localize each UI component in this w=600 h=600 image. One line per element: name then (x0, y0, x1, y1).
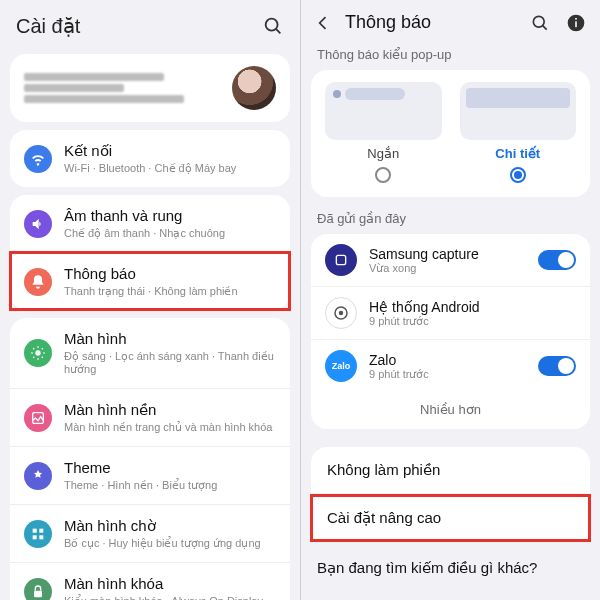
svg-rect-8 (34, 590, 42, 597)
search-icon[interactable] (530, 13, 550, 33)
wallpaper-icon (24, 404, 52, 432)
avatar (232, 66, 276, 110)
profile-card[interactable] (10, 54, 290, 122)
app-icon-android (325, 297, 357, 329)
row-sub: Kiểu màn hình khóa · Always On Display (64, 595, 263, 600)
app-row-zalo[interactable]: Zalo Zalo9 phút trước (311, 339, 590, 392)
row-sub: Thanh trạng thái · Không làm phiền (64, 285, 238, 298)
svg-rect-12 (575, 21, 577, 27)
notifications-title: Thông báo (345, 12, 518, 33)
app-sub: 9 phút trước (369, 368, 526, 381)
home-icon (24, 520, 52, 548)
item-advanced[interactable]: Cài đặt nâng cao (311, 495, 590, 541)
svg-rect-6 (33, 535, 37, 539)
recent-section-label: Đã gửi gần đây (301, 205, 600, 230)
svg-point-0 (266, 19, 278, 31)
row-wallpaper[interactable]: Màn hình nềnMàn hình nền trang chủ và mà… (10, 388, 290, 446)
back-icon[interactable] (313, 13, 333, 33)
row-sub: Màn hình nền trang chủ và màn hình khóa (64, 421, 272, 434)
popup-style-card: Ngắn Chi tiết (311, 70, 590, 197)
row-homescreen[interactable]: Màn hình chờBố cục · Huy hiệu biểu tượng… (10, 504, 290, 562)
toggle-samsung[interactable] (538, 250, 576, 270)
footer-question: Bạn đang tìm kiếm điều gì khác? (301, 543, 600, 593)
app-name: Samsung capture (369, 246, 526, 262)
search-icon[interactable] (262, 15, 284, 37)
row-notifications[interactable]: Thông báoThanh trạng thái · Không làm ph… (10, 252, 290, 310)
theme-icon (24, 462, 52, 490)
app-name: Zalo (369, 352, 526, 368)
profile-text (24, 70, 220, 106)
svg-rect-4 (33, 528, 37, 532)
row-connections[interactable]: Kết nốiWi-Fi · Bluetooth · Chế độ Máy ba… (10, 130, 290, 187)
wifi-icon (24, 145, 52, 173)
row-label: Theme (64, 459, 217, 477)
app-row-samsung[interactable]: Samsung captureVừa xong (311, 234, 590, 286)
style-preview-detail (460, 82, 577, 140)
popup-section-label: Thông báo kiểu pop-up (301, 41, 600, 66)
svg-line-10 (543, 25, 547, 29)
row-label: Màn hình chờ (64, 517, 261, 535)
row-sub: Theme · Hình nền · Biểu tượng (64, 479, 217, 492)
toggle-zalo[interactable] (538, 356, 576, 376)
row-display[interactable]: Màn hìnhĐộ sáng · Lọc ánh sáng xanh · Th… (10, 318, 290, 388)
svg-rect-7 (39, 535, 43, 539)
svg-line-1 (276, 29, 280, 33)
svg-rect-5 (39, 528, 43, 532)
row-label: Kết nối (64, 142, 236, 160)
row-theme[interactable]: ThemeTheme · Hình nền · Biểu tượng (10, 446, 290, 504)
svg-rect-13 (575, 18, 577, 20)
row-sub: Chế độ âm thanh · Nhạc chuông (64, 227, 225, 240)
row-sub: Bố cục · Huy hiệu biểu tượng ứng dụng (64, 537, 261, 550)
recent-apps-card: Samsung captureVừa xong Hệ thống Android… (311, 234, 590, 429)
row-sub: Độ sáng · Lọc ánh sáng xanh · Thanh điều… (64, 350, 276, 376)
row-label: Màn hình khóa (64, 575, 263, 593)
svg-point-16 (339, 311, 344, 316)
item-dnd[interactable]: Không làm phiền (311, 447, 590, 493)
row-sound[interactable]: Âm thanh và rungChế độ âm thanh · Nhạc c… (10, 195, 290, 252)
app-name: Hệ thống Android (369, 299, 576, 315)
app-sub: Vừa xong (369, 262, 526, 275)
app-sub: 9 phút trước (369, 315, 576, 328)
svg-point-9 (533, 16, 544, 27)
display-icon (24, 339, 52, 367)
lock-icon (24, 578, 52, 601)
radio-detail[interactable] (510, 167, 526, 183)
row-label: Màn hình (64, 330, 276, 348)
app-icon-samsung (325, 244, 357, 276)
sound-icon (24, 210, 52, 238)
app-row-android[interactable]: Hệ thống Android9 phút trước (311, 286, 590, 339)
style-name: Ngắn (367, 146, 399, 161)
svg-rect-14 (336, 255, 345, 264)
row-sub: Wi-Fi · Bluetooth · Chế độ Máy bay (64, 162, 236, 175)
row-label: Thông báo (64, 265, 238, 283)
more-button[interactable]: Nhiều hơn (311, 392, 590, 429)
style-short[interactable]: Ngắn (325, 82, 442, 183)
bell-icon (24, 268, 52, 296)
svg-point-2 (35, 350, 40, 355)
row-lockscreen[interactable]: Màn hình khóaKiểu màn hình khóa · Always… (10, 562, 290, 600)
style-name: Chi tiết (495, 146, 540, 161)
row-label: Màn hình nền (64, 401, 272, 419)
info-icon[interactable] (566, 13, 586, 33)
row-label: Âm thanh và rung (64, 207, 225, 225)
app-icon-zalo: Zalo (325, 350, 357, 382)
style-preview-short (325, 82, 442, 140)
style-detail[interactable]: Chi tiết (460, 82, 577, 183)
settings-title: Cài đặt (16, 14, 80, 38)
radio-short[interactable] (375, 167, 391, 183)
